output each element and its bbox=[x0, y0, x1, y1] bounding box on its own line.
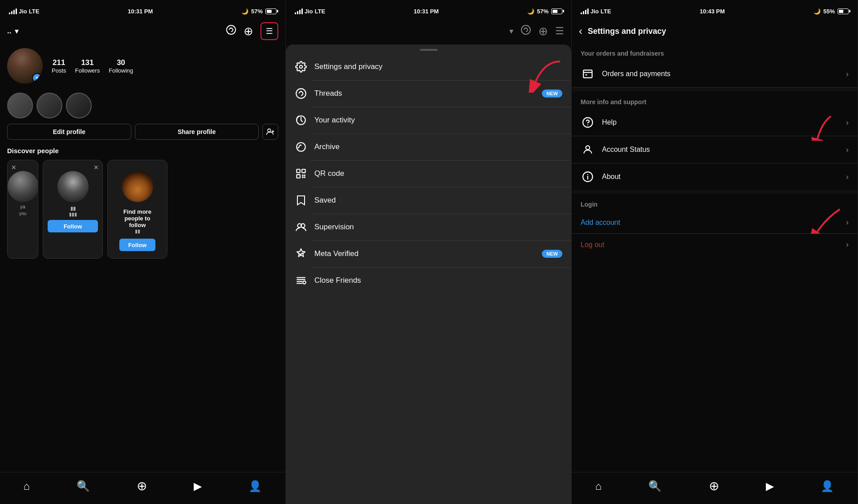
status-left-1: Jio LTE bbox=[9, 8, 39, 15]
logout-item[interactable]: Log out › bbox=[572, 234, 858, 256]
followers-label: Followers bbox=[75, 67, 100, 74]
svg-rect-16 bbox=[304, 175, 305, 176]
posts-count: 211 bbox=[52, 58, 66, 67]
highlight-item[interactable] bbox=[66, 93, 92, 118]
menu-item-verified[interactable]: Meta Verified NEW bbox=[286, 240, 571, 267]
reels-icon[interactable]: ▶ bbox=[194, 480, 202, 492]
discover-section: Discover people ✕ ya you ✕ ▮▮ ▮▮▮ Follow bbox=[0, 140, 285, 472]
signal-icon-2 bbox=[295, 8, 303, 14]
status-bar-2: Jio LTE 10:31 PM 🌙 57% bbox=[286, 0, 571, 20]
discover-title: Discover people bbox=[7, 147, 278, 154]
svg-rect-14 bbox=[297, 175, 300, 178]
archive-icon bbox=[295, 141, 307, 153]
followers-count: 131 bbox=[75, 58, 100, 67]
nav-icons: ⊕ ☰ bbox=[226, 22, 278, 40]
reels-icon-3[interactable]: ▶ bbox=[766, 480, 774, 492]
menu-items-list: Settings and privacy Threads NEW Your ac… bbox=[286, 53, 571, 504]
highlight-item[interactable] bbox=[37, 93, 62, 118]
add-user-button[interactable] bbox=[262, 124, 278, 140]
settings-topnav: ‹ Settings and privacy bbox=[572, 20, 858, 43]
add-icon-3[interactable]: ⊕ bbox=[709, 479, 719, 493]
menu-item-saved[interactable]: Saved bbox=[286, 187, 571, 214]
svg-point-11 bbox=[301, 145, 301, 146]
svg-rect-12 bbox=[297, 169, 300, 173]
menu-item-friends[interactable]: Close Friends bbox=[286, 267, 571, 294]
chevron-icon-account: › bbox=[846, 145, 849, 154]
menu-item-qr[interactable]: QR code bbox=[286, 160, 571, 187]
threads-icon-2 bbox=[520, 24, 531, 38]
battery-icon bbox=[265, 8, 277, 14]
status-right-3: 🌙 55% bbox=[813, 8, 849, 15]
logout-arrow bbox=[795, 207, 849, 234]
menu-topnav: ▾ ⊕ ☰ bbox=[286, 20, 571, 43]
follow-button-2[interactable]: Follow bbox=[119, 239, 155, 251]
hamburger-icon: ☰ bbox=[266, 26, 273, 36]
battery-icon-3 bbox=[838, 8, 849, 14]
menu-button[interactable]: ☰ bbox=[260, 22, 278, 40]
menu-item-archive[interactable]: Archive bbox=[286, 134, 571, 160]
signal-icon-3 bbox=[581, 8, 589, 14]
battery-label-2: 57% bbox=[537, 8, 549, 15]
dropdown-icon[interactable]: ▾ bbox=[15, 26, 19, 36]
menu-item-activity[interactable]: Your activity bbox=[286, 107, 571, 134]
highlight-item[interactable] bbox=[7, 93, 33, 118]
orders-payments-item[interactable]: Orders and payments › bbox=[572, 61, 858, 88]
edit-profile-button[interactable]: Edit profile bbox=[7, 124, 131, 140]
card-avatar bbox=[57, 171, 89, 202]
username-label: .. bbox=[7, 27, 11, 36]
add-icon[interactable]: ⊕ bbox=[137, 479, 147, 493]
threads-label: Threads bbox=[314, 89, 535, 98]
svg-point-0 bbox=[227, 25, 236, 34]
svg-point-8 bbox=[300, 91, 301, 92]
followers-stat[interactable]: 131 Followers bbox=[75, 58, 100, 74]
qr-label: QR code bbox=[314, 169, 562, 178]
share-profile-button[interactable]: Share profile bbox=[135, 124, 259, 140]
status-bar-1: Jio LTE 10:31 PM 🌙 57% bbox=[0, 0, 285, 20]
menu-sheet: Settings and privacy Threads NEW Your ac… bbox=[286, 45, 571, 504]
search-icon-3[interactable]: 🔍 bbox=[648, 480, 662, 492]
supervision-label: Supervision bbox=[314, 223, 562, 232]
card-sunset-avatar bbox=[122, 171, 153, 202]
follow-button[interactable]: Follow bbox=[48, 220, 98, 232]
profile-icon[interactable]: 👤 bbox=[248, 480, 262, 492]
bottom-nav-3: ⌂ 🔍 ⊕ ▶ 👤 bbox=[572, 472, 858, 504]
card-close-icon[interactable]: ✕ bbox=[11, 164, 34, 171]
time-label-3: 10:43 PM bbox=[699, 8, 724, 15]
status-right-2: 🌙 57% bbox=[527, 8, 562, 15]
orders-section-title: Your orders and fundraisers bbox=[572, 43, 858, 61]
home-icon[interactable]: ⌂ bbox=[24, 480, 30, 492]
qr-icon bbox=[295, 167, 307, 180]
svg-point-32 bbox=[586, 146, 590, 150]
profile-icon-3[interactable]: 👤 bbox=[821, 480, 834, 492]
back-button[interactable]: ‹ bbox=[579, 25, 582, 37]
orders-payments-label: Orders and payments bbox=[602, 70, 839, 78]
activity-label: Your activity bbox=[314, 116, 562, 125]
home-icon-3[interactable]: ⌂ bbox=[595, 480, 602, 492]
archive-label: Archive bbox=[314, 142, 562, 151]
divider-1 bbox=[572, 88, 858, 91]
threads-menu-icon bbox=[295, 87, 307, 100]
add-post-icon[interactable]: ⊕ bbox=[244, 24, 253, 38]
profile-panel: Jio LTE 10:31 PM 🌙 57% .. ▾ ⊕ ☰ bbox=[0, 0, 286, 504]
card-close-icon[interactable]: ✕ bbox=[94, 164, 99, 171]
battery-label: 57% bbox=[251, 8, 263, 15]
help-icon bbox=[581, 115, 595, 130]
find-more-label: Find more people to follow bbox=[115, 208, 160, 228]
svg-point-1 bbox=[231, 28, 232, 29]
discover-card-2[interactable]: Find more people to follow ▮▮ Follow bbox=[107, 160, 167, 259]
posts-stat[interactable]: 211 Posts bbox=[52, 58, 66, 74]
account-status-item[interactable]: Account Status › bbox=[572, 136, 858, 163]
highlights-row bbox=[7, 93, 278, 118]
stats-row: 211 Posts 131 Followers 30 Following bbox=[52, 58, 133, 74]
moon-icon-2: 🌙 bbox=[527, 8, 534, 15]
following-stat[interactable]: 30 Following bbox=[109, 58, 133, 74]
svg-point-6 bbox=[300, 65, 303, 69]
search-icon[interactable]: 🔍 bbox=[77, 480, 90, 492]
following-label: Following bbox=[109, 67, 133, 74]
supervision-icon bbox=[295, 221, 307, 233]
menu-item-supervision[interactable]: Supervision bbox=[286, 214, 571, 240]
avatar-badge: + bbox=[32, 73, 42, 83]
about-item[interactable]: About › bbox=[572, 163, 858, 190]
orders-icon bbox=[581, 67, 595, 81]
threads-icon[interactable] bbox=[226, 24, 236, 38]
